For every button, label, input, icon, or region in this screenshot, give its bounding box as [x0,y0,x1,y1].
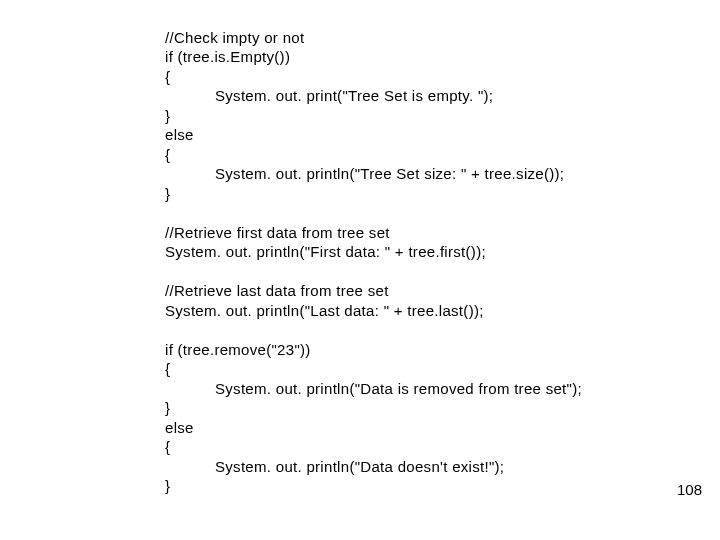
code-line: System. out. print("Tree Set is empty. "… [215,87,493,104]
code-line: if (tree.remove("23")) [165,341,311,358]
code-line: if (tree.is.Empty()) [165,48,290,65]
code-line: //Retrieve first data from tree set [165,224,390,241]
code-line: { [165,146,170,163]
code-line: //Check impty or not [165,29,304,46]
code-line: //Retrieve last data from tree set [165,282,389,299]
code-line: } [165,399,170,416]
code-line: } [165,185,170,202]
code-line: { [165,68,170,85]
code-line: System. out. println("First data: " + tr… [165,243,486,260]
code-line: System. out. println("Data is removed fr… [215,380,582,397]
page-number: 108 [677,481,702,498]
code-line: System. out. println("Last data: " + tre… [165,302,484,319]
code-snippet: //Check impty or not if (tree.is.Empty()… [165,8,582,496]
code-line: { [165,360,170,377]
code-line: { [165,438,170,455]
code-line: } [165,477,170,494]
code-line: System. out. println("Data doesn't exist… [215,458,504,475]
code-line: } [165,107,170,124]
code-line: else [165,419,194,436]
code-line: System. out. println("Tree Set size: " +… [215,165,564,182]
code-line: else [165,126,194,143]
